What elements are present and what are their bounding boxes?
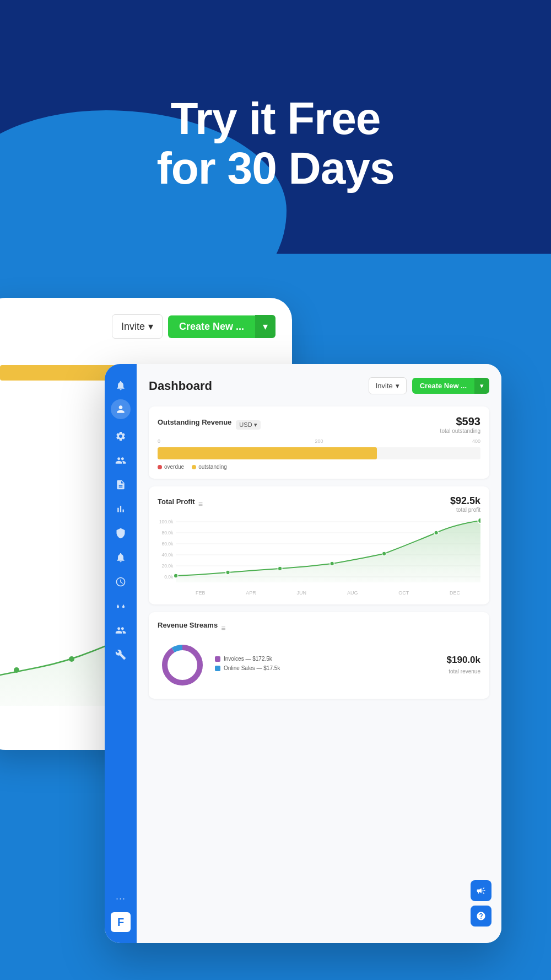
revenue-streams-title: Revenue Streams [158,621,218,629]
sidebar-icon-shield[interactable] [110,523,131,544]
help-button[interactable] [471,906,491,927]
profit-filter-icon[interactable]: ≡ [198,500,203,508]
outstanding-revenue-title: Outstanding Revenue [158,418,231,426]
sidebar-icon-invoice[interactable] [110,474,131,495]
svg-text:0.0k: 0.0k [164,574,174,580]
content-area: Invite ▾ Create New ... ▾ [0,254,551,980]
revenue-streams-widget: Revenue Streams ≡ [149,612,489,699]
svg-point-0 [14,667,19,673]
bar-legend: overdue outstanding [158,464,480,470]
donut-svg [158,640,207,690]
outstanding-revenue-widget: Outstanding Revenue USD ▾ $593 total out… [149,406,489,479]
main-content: Dashboard Invite ▾ Create New ... ▾ [137,364,501,943]
currency-label: USD [239,421,252,428]
sidebar-logo: F [111,912,131,932]
profit-chart-svg: 100.0k 80.0k 60.0k 40.0k 20.0k 0.0k [158,516,480,588]
total-revenue-sub: total revenue [449,668,480,674]
svg-point-22 [434,531,439,535]
overdue-dot [158,465,162,469]
outstanding-sub: total outstanding [440,428,480,434]
dashboard-header: Dashboard Invite ▾ Create New ... ▾ [149,377,489,394]
sidebar-icon-chart[interactable] [110,499,131,520]
legend-invoices: Invoices — $172.5k [215,656,439,662]
back-create-new-button[interactable]: Create New ... ▾ [168,315,276,338]
sidebar-icon-tools[interactable] [110,644,131,665]
svg-point-18 [226,570,230,575]
create-new-arrow[interactable]: ▾ [474,378,489,394]
create-new-main[interactable]: Create New ... [412,378,474,394]
create-new-button[interactable]: Create New ... ▾ [412,378,489,394]
sidebar-more-icon[interactable]: ··· [116,893,126,904]
dashboard-title: Dashboard [149,379,212,393]
total-profit-widget: Total Profit ≡ $92.5k total profit [149,486,489,604]
invite-button[interactable]: Invite ▾ [369,377,407,394]
svg-point-23 [478,518,480,523]
svg-text:100.0k: 100.0k [159,519,174,524]
sidebar-icon-clock[interactable] [110,571,131,592]
invite-chevron-icon: ▾ [396,382,399,390]
revenue-bar-track [158,447,480,459]
front-card: ··· F Dashboard Invite ▾ Create New ... … [105,364,501,943]
online-sales-color [215,666,220,671]
chart-x-labels: FEBAPRJUNAUGOCTDEC [158,590,480,596]
profit-amount: $92.5k [450,495,480,507]
svg-text:40.0k: 40.0k [162,552,174,558]
legend-outstanding: outstanding [192,464,227,470]
svg-point-25 [165,647,200,683]
legend-overdue: overdue [158,464,184,470]
invite-label: Invite [376,382,393,390]
outstanding-amount: $593 [440,415,480,428]
svg-point-21 [382,551,386,556]
donut-chart [158,640,207,690]
back-invite-chevron-icon: ▾ [148,320,153,333]
bar-scale: 0200400 [158,438,480,444]
floating-buttons [471,880,491,927]
sidebar: ··· F [105,364,137,943]
svg-text:60.0k: 60.0k [162,541,174,547]
hero-section: Try it Free for 30 Days [0,0,551,287]
megaphone-button[interactable] [471,880,491,901]
dashboard-header-right: Invite ▾ Create New ... ▾ [369,377,489,394]
revenue-bar-fill [158,447,377,459]
svg-point-1 [69,656,74,662]
hero-line2: for 30 Days [156,143,394,193]
svg-point-19 [278,566,282,571]
streams-filter-icon[interactable]: ≡ [221,624,225,633]
sidebar-avatar[interactable] [111,399,131,419]
streams-total: $190.0k total revenue [447,655,480,676]
legend-online-sales: Online Sales — $17.5k [215,665,439,671]
profit-sub: total profit [450,507,480,513]
streams-legend: Invoices — $172.5k Online Sales — $17.5k [215,656,439,674]
back-create-new-arrow[interactable]: ▾ [255,315,276,338]
back-invite-button[interactable]: Invite ▾ [112,314,163,339]
svg-text:80.0k: 80.0k [162,530,174,535]
sidebar-icon-users[interactable] [110,450,131,471]
sidebar-icon-gear[interactable] [110,426,131,447]
sidebar-icon-bell[interactable] [110,375,131,396]
streams-body: Invoices — $172.5k Online Sales — $17.5k… [158,640,480,690]
svg-point-20 [330,561,334,566]
sidebar-icon-team[interactable] [110,620,131,641]
currency-chevron-icon: ▾ [254,421,257,429]
invoices-color [215,656,220,662]
svg-text:20.0k: 20.0k [162,563,174,569]
sidebar-icon-lab[interactable] [110,596,131,617]
sidebar-icon-bell2[interactable] [110,547,131,568]
hero-text: Try it Free for 30 Days [123,94,427,193]
outstanding-dot [192,465,196,469]
hero-line1: Try it Free [171,93,381,143]
profit-chart-area: 100.0k 80.0k 60.0k 40.0k 20.0k 0.0k [158,516,480,588]
back-invite-label: Invite [121,321,145,333]
total-profit-title: Total Profit [158,497,195,506]
total-revenue-amount: $190.0k [447,655,480,666]
currency-selector[interactable]: USD ▾ [236,420,260,430]
back-card-header: Invite ▾ Create New ... ▾ [0,298,292,350]
back-create-new-main[interactable]: Create New ... [168,315,255,338]
svg-point-17 [174,574,178,578]
